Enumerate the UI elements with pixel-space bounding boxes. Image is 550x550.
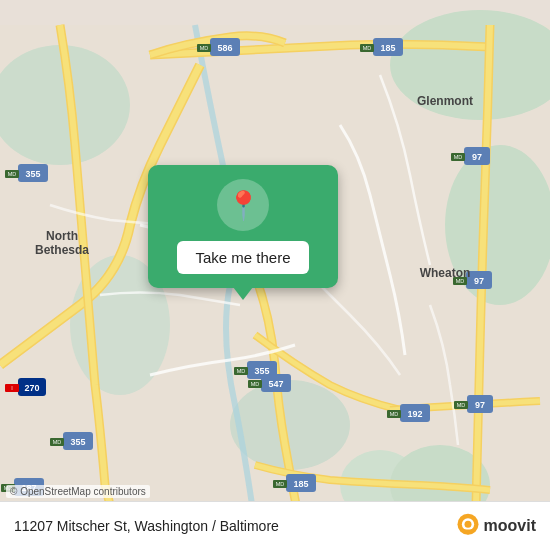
svg-text:355: 355 — [25, 169, 40, 179]
svg-text:North: North — [46, 229, 78, 243]
svg-text:MD: MD — [8, 171, 17, 177]
svg-text:185: 185 — [380, 43, 395, 53]
svg-text:586: 586 — [217, 43, 232, 53]
location-pin-icon: 📍 — [226, 189, 261, 222]
svg-text:97: 97 — [475, 400, 485, 410]
location-popup: 📍 Take me there — [148, 165, 338, 288]
svg-text:MD: MD — [363, 45, 372, 51]
svg-text:MD: MD — [237, 368, 246, 374]
moovit-icon-svg — [454, 512, 482, 540]
svg-text:MD: MD — [200, 45, 209, 51]
svg-text:Wheaton: Wheaton — [420, 266, 471, 280]
pin-icon-wrap: 📍 — [217, 179, 269, 231]
svg-text:MD: MD — [276, 481, 285, 487]
svg-text:MD: MD — [390, 411, 399, 417]
map-attribution: © OpenStreetMap contributors — [6, 485, 150, 498]
svg-point-66 — [464, 521, 471, 528]
svg-text:192: 192 — [407, 409, 422, 419]
svg-text:355: 355 — [70, 437, 85, 447]
svg-text:MD: MD — [53, 439, 62, 445]
take-me-there-button[interactable]: Take me there — [177, 241, 308, 274]
map-container: 355 MD 586 MD 185 MD 97 MD 97 MD 97 MD 3… — [0, 0, 550, 550]
address-label: 11207 Mitscher St, Washington / Baltimor… — [14, 518, 279, 534]
bottom-bar: 11207 Mitscher St, Washington / Baltimor… — [0, 501, 550, 550]
svg-text:547: 547 — [268, 379, 283, 389]
svg-text:Glenmont: Glenmont — [417, 94, 473, 108]
svg-text:Bethesda: Bethesda — [35, 243, 89, 257]
svg-text:97: 97 — [472, 152, 482, 162]
svg-text:MD: MD — [454, 154, 463, 160]
moovit-brand-label: moovit — [484, 517, 536, 535]
svg-text:185: 185 — [293, 479, 308, 489]
moovit-logo: moovit — [454, 512, 536, 540]
svg-text:MD: MD — [251, 381, 260, 387]
svg-text:97: 97 — [474, 276, 484, 286]
svg-text:MD: MD — [457, 402, 466, 408]
svg-text:270: 270 — [24, 383, 39, 393]
